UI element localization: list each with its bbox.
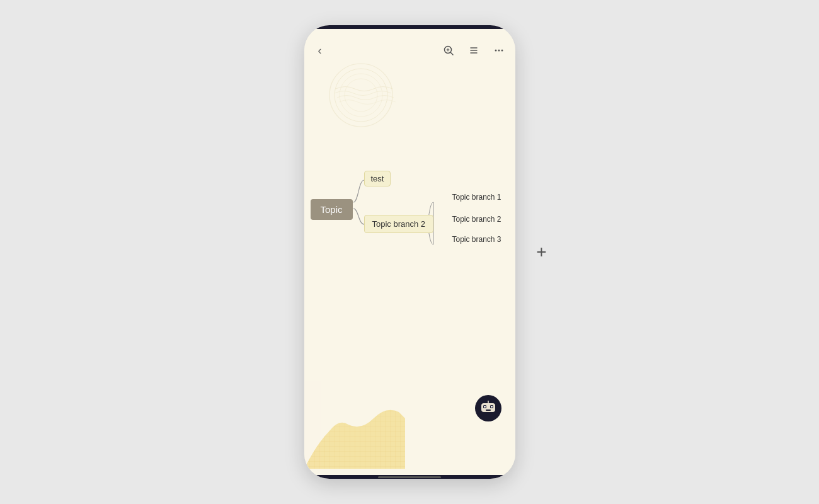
search-zoom-icon — [443, 45, 454, 56]
ai-bot-button[interactable] — [475, 395, 501, 421]
subbranch-1-label: Topic branch 1 — [452, 193, 501, 202]
more-options-button[interactable] — [489, 40, 509, 60]
phone-bottom-bar — [304, 475, 515, 479]
subbranch-3-node[interactable]: Topic branch 3 — [452, 235, 501, 244]
ai-bot-icon — [480, 401, 496, 416]
topic-root-node[interactable]: Topic — [311, 199, 353, 220]
topic-branch2-label: Topic branch 2 — [372, 219, 426, 229]
svg-point-8 — [498, 50, 500, 52]
back-button[interactable]: ‹ — [311, 41, 329, 60]
phone-frame: ‹ — [304, 25, 515, 479]
svg-rect-14 — [304, 381, 405, 469]
home-indicator — [378, 476, 441, 478]
back-icon: ‹ — [318, 44, 322, 57]
topic-root-label: Topic — [321, 204, 343, 215]
canvas-area: ‹ — [304, 29, 515, 475]
svg-point-7 — [495, 50, 496, 52]
list-view-button[interactable] — [464, 40, 484, 60]
svg-line-1 — [450, 53, 453, 55]
more-icon — [493, 45, 505, 56]
topic-branch2-node[interactable]: Topic branch 2 — [364, 215, 434, 233]
svg-point-20 — [491, 406, 493, 408]
toolbar: ‹ — [304, 37, 515, 64]
svg-point-19 — [484, 406, 486, 408]
plus-icon: + — [536, 242, 546, 261]
toolbar-icons — [438, 40, 509, 60]
subbranch-1-node[interactable]: Topic branch 1 — [452, 193, 501, 202]
list-icon — [468, 45, 479, 56]
subbranch-3-label: Topic branch 3 — [452, 235, 501, 244]
subbranch-2-label: Topic branch 2 — [452, 215, 501, 224]
test-label: test — [371, 174, 384, 183]
svg-point-9 — [501, 50, 503, 52]
yellow-blob-decoration — [304, 381, 405, 462]
test-node[interactable]: test — [364, 171, 391, 186]
plus-button[interactable]: + — [536, 243, 546, 261]
subbranch-2-node[interactable]: Topic branch 2 — [452, 215, 501, 224]
search-zoom-button[interactable] — [438, 40, 459, 60]
stamp-decoration — [323, 60, 399, 123]
svg-rect-21 — [486, 410, 491, 411]
